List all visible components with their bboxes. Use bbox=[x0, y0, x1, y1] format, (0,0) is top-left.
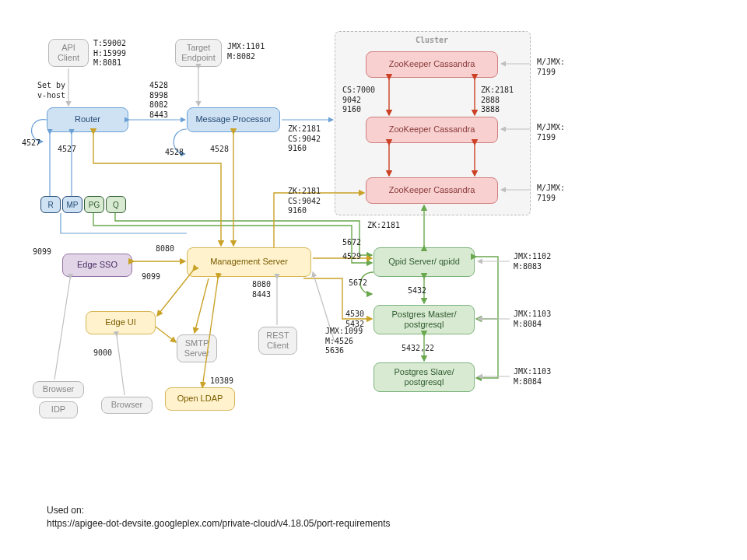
lbl-5672-self: 5672 bbox=[349, 278, 367, 289]
lbl-4528: 4528 bbox=[210, 145, 229, 155]
lbl-zk3-jmx: M/JMX: 7199 bbox=[537, 184, 565, 203]
lbl-4528-self: 4528 bbox=[165, 148, 184, 158]
router: Router bbox=[47, 107, 128, 132]
edge-sso: Edge SSO bbox=[62, 254, 132, 277]
postgres-master: Postgres Master/ postgresql bbox=[374, 305, 475, 334]
lbl-mgmt2zk: ZK:2181 CS:9042 9160 bbox=[288, 187, 321, 216]
lbl-8080l: 8080 bbox=[156, 244, 174, 254]
cluster-title: Cluster bbox=[335, 36, 529, 46]
zookeeper-1: ZooKeeper Cassandra bbox=[366, 51, 498, 78]
lbl-9000: 9000 bbox=[93, 348, 112, 359]
rest-client: REST Client bbox=[258, 327, 297, 355]
lbl-10389: 10389 bbox=[210, 376, 233, 387]
target-endpoint: Target Endpoint bbox=[175, 39, 222, 67]
lbl-5672: 5672 bbox=[342, 238, 361, 248]
open-ldap: Open LDAP bbox=[165, 387, 235, 411]
api-client: API Client bbox=[48, 39, 89, 67]
lbl-r2mp: 4528 8998 8082 8443 bbox=[149, 81, 168, 120]
idp: IDP bbox=[39, 401, 78, 418]
lbl-4527-self: 4527 bbox=[22, 138, 40, 149]
lbl-4529: 4529 bbox=[342, 252, 361, 262]
lbl-mp2zk: ZK:2181 CS:9042 9160 bbox=[288, 124, 321, 154]
lbl-zk2-jmx: M/JMX: 7199 bbox=[537, 123, 565, 142]
chip-mp: MP bbox=[62, 196, 82, 213]
lbl-vhost: Set by v-host bbox=[37, 81, 65, 100]
management-server: Management Server bbox=[187, 247, 311, 277]
chip-q: Q bbox=[106, 196, 126, 213]
lbl-4527: 4527 bbox=[58, 145, 76, 155]
footer-used-on: Used on: bbox=[47, 504, 391, 517]
lbl-9099r: 9099 bbox=[142, 272, 160, 282]
smtp-server: SMTP Server bbox=[177, 334, 217, 362]
qpid-server: Qpid Server/ qpidd bbox=[374, 247, 475, 277]
zookeeper-3: ZooKeeper Cassandra bbox=[366, 177, 498, 204]
footer: Used on: https://apigee-dot-devsite.goog… bbox=[47, 504, 391, 530]
edge-ui: Edge UI bbox=[86, 311, 156, 334]
lbl-api-ports: T:59002 H:15999 M:8081 bbox=[93, 39, 126, 68]
message-processor: Message Processor bbox=[187, 107, 280, 132]
lbl-target: JMX:1101 M:8082 bbox=[227, 42, 265, 61]
chip-pg: PG bbox=[84, 196, 104, 213]
lbl-pgs-jmx: JMX:1103 M:8084 bbox=[514, 367, 551, 387]
lbl-pgm-jmx: JMX:1103 M:8084 bbox=[514, 310, 551, 329]
lbl-8080r: 8080 8443 bbox=[252, 280, 271, 299]
lbl-cs: CS:7000 9042 9160 bbox=[342, 86, 375, 115]
lbl-zk2181: ZK:2181 bbox=[367, 221, 400, 231]
postgres-slave: Postgres Slave/ postgresql bbox=[374, 362, 475, 392]
lbl-zk: ZK:2181 2888 3888 bbox=[481, 86, 514, 115]
lbl-qpid-jmx: JMX:1102 M:8083 bbox=[514, 252, 551, 271]
zookeeper-2: ZooKeeper Cassandra bbox=[366, 117, 498, 143]
chip-r: R bbox=[40, 196, 61, 213]
lbl-9099l: 9099 bbox=[33, 247, 51, 257]
lbl-jmx-mgmt: JMX:1099 M:4526 5636 bbox=[325, 327, 363, 356]
browser-ui: Browser bbox=[101, 397, 153, 414]
diagram-canvas: Cluster API Client Target Endpoint Route… bbox=[0, 0, 747, 560]
lbl-repl: 5432,22 bbox=[402, 344, 434, 354]
lbl-zk1-jmx: M/JMX: 7199 bbox=[537, 58, 565, 77]
lbl-5432: 5432 bbox=[408, 286, 426, 296]
browser-sso: Browser bbox=[33, 381, 84, 398]
footer-url: https://apigee-dot-devsite.googleplex.co… bbox=[47, 517, 391, 530]
